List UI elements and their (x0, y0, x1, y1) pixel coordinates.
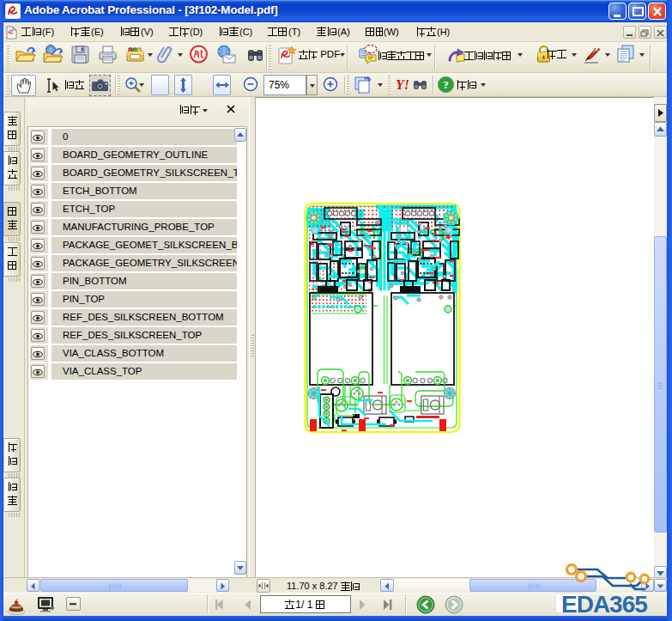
svg-text:?: ? (443, 78, 449, 91)
svg-text:EDA365: EDA365 (561, 591, 647, 618)
